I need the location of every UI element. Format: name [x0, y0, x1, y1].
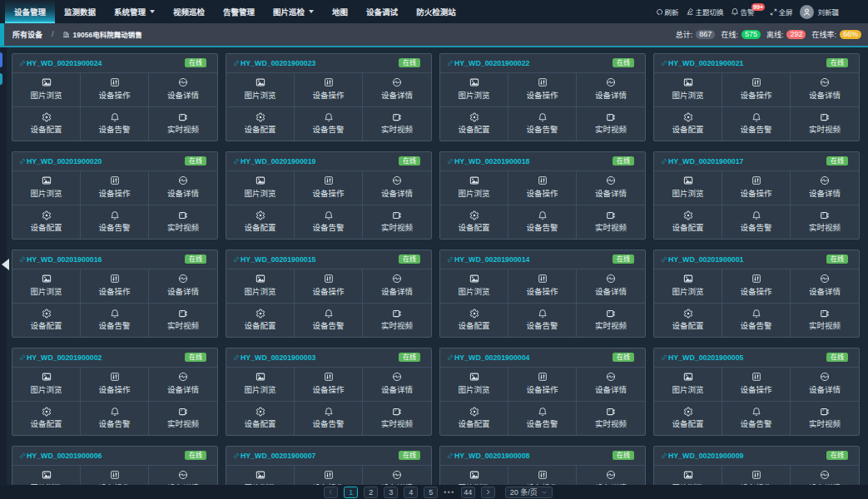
card-action-operation[interactable]: 设备操作: [508, 368, 577, 402]
pagination-more-button[interactable]: •••: [444, 488, 454, 497]
alarm-button[interactable]: 告警 99+: [731, 7, 754, 17]
card-action-bell[interactable]: 设备告警: [508, 107, 577, 141]
card-action-gear[interactable]: 设备配置: [12, 107, 81, 141]
pagination-prev-button[interactable]: [324, 487, 338, 498]
card-action-detail[interactable]: 设备详情: [791, 269, 859, 304]
card-action-video-camera[interactable]: 实时视频: [791, 304, 859, 337]
card-action-picture[interactable]: 图片浏览: [654, 73, 722, 107]
device-link[interactable]: HY_WD_00201900006: [19, 452, 185, 460]
card-action-bell[interactable]: 设备告警: [295, 304, 363, 337]
card-action-gear[interactable]: 设备配置: [654, 402, 722, 435]
card-action-video-camera[interactable]: 实时视频: [149, 205, 217, 239]
nav-item-8[interactable]: 设备调试: [357, 0, 407, 23]
card-action-video-camera[interactable]: 实时视频: [577, 304, 645, 337]
device-link[interactable]: HY_WD_00201900014: [447, 255, 613, 264]
card-action-detail[interactable]: 设备详情: [149, 171, 217, 205]
card-action-detail[interactable]: 设备详情: [363, 368, 431, 402]
nav-item-9[interactable]: 防火检测站: [407, 0, 465, 23]
card-action-gear[interactable]: 设备配置: [654, 107, 722, 141]
card-action-operation[interactable]: 设备操作: [722, 171, 791, 205]
card-action-picture[interactable]: 图片浏览: [654, 171, 722, 205]
card-action-picture[interactable]: 图片浏览: [440, 171, 508, 205]
device-link[interactable]: HY_WD_00201900024: [19, 59, 185, 67]
card-action-detail[interactable]: 设备详情: [791, 368, 859, 402]
card-action-picture[interactable]: 图片浏览: [440, 269, 508, 304]
fullscreen-button[interactable]: 全屏: [770, 7, 792, 17]
card-action-bell[interactable]: 设备告警: [508, 402, 577, 435]
card-action-gear[interactable]: 设备配置: [12, 304, 81, 337]
card-action-video-camera[interactable]: 实时视频: [791, 402, 859, 435]
card-action-bell[interactable]: 设备告警: [722, 402, 791, 435]
card-action-operation[interactable]: 设备操作: [81, 73, 149, 107]
card-action-picture[interactable]: 图片浏览: [12, 73, 81, 107]
card-action-bell[interactable]: 设备告警: [295, 402, 363, 435]
device-link[interactable]: HY_WD_00201900023: [233, 59, 399, 67]
pagination-page-3[interactable]: 3: [384, 487, 398, 498]
card-action-video-camera[interactable]: 实时视频: [363, 402, 431, 435]
card-action-video-camera[interactable]: 实时视频: [363, 107, 431, 141]
card-action-gear[interactable]: 设备配置: [12, 205, 81, 239]
card-action-operation[interactable]: 设备操作: [508, 171, 577, 205]
card-action-detail[interactable]: 设备详情: [577, 368, 645, 402]
device-link[interactable]: HY_WD_00201900015: [233, 255, 399, 264]
device-link[interactable]: HY_WD_00201900005: [661, 353, 826, 362]
card-action-detail[interactable]: 设备详情: [577, 269, 645, 304]
card-action-picture[interactable]: 图片浏览: [12, 368, 81, 402]
page-size-select[interactable]: 20 条/页: [505, 487, 553, 498]
nav-item-5[interactable]: 告警管理: [214, 0, 264, 23]
device-link[interactable]: HY_WD_00201900022: [447, 59, 613, 67]
card-action-picture[interactable]: 图片浏览: [226, 171, 295, 205]
breadcrumb-root[interactable]: 所有设备: [12, 29, 42, 40]
card-action-detail[interactable]: 设备详情: [577, 73, 645, 107]
card-action-bell[interactable]: 设备告警: [81, 402, 149, 435]
device-link[interactable]: HY_WD_00201900002: [19, 353, 185, 362]
card-action-bell[interactable]: 设备告警: [508, 205, 577, 239]
card-action-gear[interactable]: 设备配置: [226, 402, 295, 435]
nav-item-7[interactable]: 地图: [323, 0, 357, 23]
card-action-gear[interactable]: 设备配置: [440, 205, 508, 239]
user-menu[interactable]: 刘新疆: [800, 5, 839, 19]
device-link[interactable]: HY_WD_00201900019: [233, 157, 399, 166]
nav-item-4[interactable]: 视频巡检: [164, 0, 214, 23]
card-action-picture[interactable]: 图片浏览: [12, 171, 81, 205]
card-action-bell[interactable]: 设备告警: [81, 304, 149, 337]
nav-item-6[interactable]: 图片巡检: [264, 0, 323, 23]
theme-switch-button[interactable]: 主题切换: [686, 7, 723, 17]
device-link[interactable]: HY_WD_00201900001: [661, 255, 826, 264]
card-action-picture[interactable]: 图片浏览: [654, 269, 722, 304]
card-action-gear[interactable]: 设备配置: [226, 107, 295, 141]
device-link[interactable]: HY_WD_00201900017: [661, 157, 826, 166]
pagination-page-5[interactable]: 5: [424, 487, 438, 498]
card-action-operation[interactable]: 设备操作: [295, 269, 363, 304]
device-link[interactable]: HY_WD_00201900018: [447, 157, 613, 166]
card-action-gear[interactable]: 设备配置: [440, 402, 508, 435]
card-action-bell[interactable]: 设备告警: [81, 107, 149, 141]
refresh-button[interactable]: 刷新: [656, 7, 678, 17]
card-action-bell[interactable]: 设备告警: [722, 304, 791, 337]
card-action-video-camera[interactable]: 实时视频: [149, 107, 217, 141]
pagination-page-1[interactable]: 1: [344, 487, 358, 498]
card-action-video-camera[interactable]: 实时视频: [363, 205, 431, 239]
card-action-operation[interactable]: 设备操作: [722, 269, 791, 304]
card-action-video-camera[interactable]: 实时视频: [791, 205, 859, 239]
card-action-operation[interactable]: 设备操作: [295, 171, 363, 205]
card-action-operation[interactable]: 设备操作: [81, 368, 149, 402]
card-action-detail[interactable]: 设备详情: [577, 171, 645, 205]
card-action-detail[interactable]: 设备详情: [791, 73, 859, 107]
device-link[interactable]: HY_WD_00201900003: [233, 353, 399, 362]
card-action-operation[interactable]: 设备操作: [295, 73, 363, 107]
card-action-operation[interactable]: 设备操作: [295, 368, 363, 402]
card-action-operation[interactable]: 设备操作: [722, 73, 791, 107]
card-action-bell[interactable]: 设备告警: [722, 205, 791, 239]
sidebar-collapse-arrow-icon[interactable]: [2, 259, 9, 270]
card-action-operation[interactable]: 设备操作: [508, 73, 577, 107]
card-action-detail[interactable]: 设备详情: [149, 269, 217, 304]
pagination-page-4[interactable]: 4: [404, 487, 418, 498]
card-action-detail[interactable]: 设备详情: [791, 171, 859, 205]
nav-item-2[interactable]: 监测数据: [55, 0, 105, 23]
card-action-operation[interactable]: 设备操作: [81, 269, 149, 304]
pagination-page-2[interactable]: 2: [364, 487, 378, 498]
card-action-video-camera[interactable]: 实时视频: [791, 107, 859, 141]
device-link[interactable]: HY_WD_00201900021: [661, 59, 826, 67]
device-link[interactable]: HY_WD_00201900009: [661, 452, 826, 460]
